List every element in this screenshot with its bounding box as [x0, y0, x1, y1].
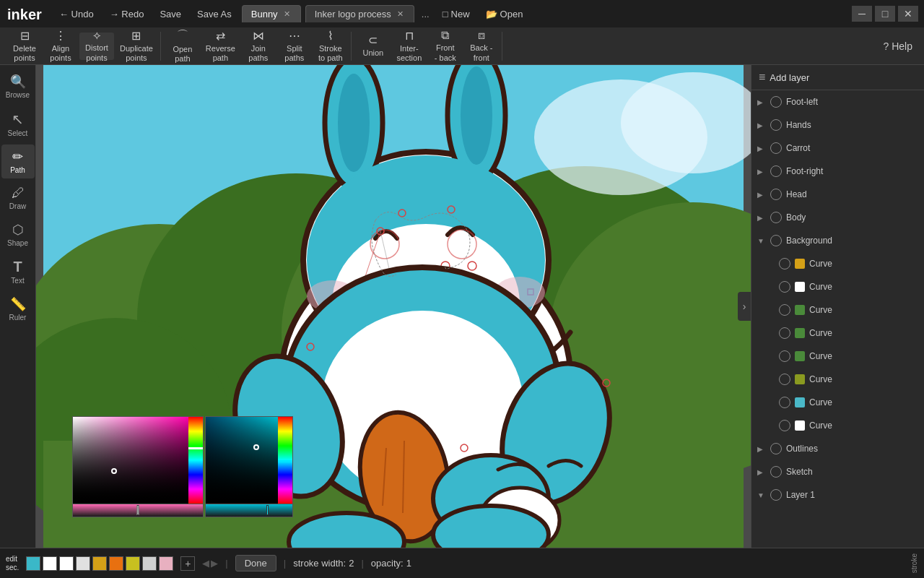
layer-item-layer1[interactable]: ▼Layer 1 [751, 483, 924, 506]
layer-item-outlines[interactable]: ▶Outlines [751, 437, 924, 460]
reverse-path-button[interactable]: ⇄ Reverse path [201, 33, 240, 60]
swatch-pink[interactable] [159, 556, 173, 571]
duplicate-points-button[interactable]: ⊞ Duplicate points [116, 33, 157, 60]
tab-inker-logo-close[interactable]: ✕ [396, 9, 405, 19]
layer-vis-outlines[interactable] [770, 443, 782, 454]
sidebar-item-text[interactable]: T Text [1, 254, 35, 289]
maximize-button[interactable]: □ [875, 6, 895, 22]
swatch-gold[interactable] [92, 556, 107, 571]
back-front-button[interactable]: ⧈ Back - front [464, 33, 499, 60]
layer-vis-background[interactable] [770, 235, 782, 246]
primary-color-picker[interactable] [72, 416, 204, 517]
layer-item-sketch[interactable]: ▶Sketch [751, 460, 924, 483]
color-gradient-primary[interactable] [73, 417, 188, 504]
opacity-value[interactable]: 1 [406, 558, 411, 569]
layer-expand-carrot[interactable]: ▶ [757, 144, 766, 152]
open-button[interactable]: 📂 Open [480, 6, 529, 22]
layer-vis-layer1[interactable] [770, 489, 782, 501]
layer-vis-head[interactable] [770, 189, 782, 200]
union-button[interactable]: ⊂ Union [356, 33, 391, 60]
layer-vis-curve8[interactable] [779, 420, 790, 431]
join-paths-button[interactable]: ⋈ Join paths [241, 33, 276, 60]
done-button[interactable]: Done [235, 555, 276, 571]
help-button[interactable]: ? Help [876, 38, 920, 55]
swatch-white2[interactable] [59, 556, 74, 571]
swatch-yellow[interactable] [126, 556, 140, 571]
layer-item-curve5[interactable]: Curve [751, 345, 924, 368]
layer-expand-hands[interactable]: ▶ [757, 121, 766, 129]
save-button[interactable]: Save [154, 6, 187, 22]
layer-vis-curve5[interactable] [779, 350, 790, 362]
layers-list[interactable]: ▶Foot-left▶Hands▶Carrot▶Foot-right▶Head▶… [751, 90, 924, 548]
swatch-gray1[interactable] [76, 556, 90, 571]
add-layer-button[interactable]: ≡ [759, 71, 765, 84]
layer-expand-sketch[interactable]: ▶ [757, 468, 766, 476]
layer-item-curve8[interactable]: Curve [751, 414, 924, 437]
layer-expand-outlines[interactable]: ▶ [757, 445, 766, 453]
layer-vis-hands[interactable] [770, 119, 782, 131]
open-path-button[interactable]: ⌒ Open path [165, 33, 200, 60]
layer-item-curve6[interactable]: Curve [751, 368, 924, 391]
sidebar-item-shape[interactable]: ⬡ Shape [1, 217, 35, 251]
save-as-button[interactable]: Save As [191, 6, 237, 22]
sidebar-item-draw[interactable]: 🖊 Draw [1, 181, 35, 215]
layer-item-foot-left[interactable]: ▶Foot-left [751, 90, 924, 113]
swatch-gray2[interactable] [142, 556, 157, 571]
redo-button[interactable]: → Redo [104, 6, 150, 22]
layer-item-curve3[interactable]: Curve [751, 298, 924, 322]
layer-item-body[interactable]: ▶Body [751, 206, 924, 229]
layer-vis-curve1[interactable] [779, 258, 790, 269]
layer-expand-foot-left[interactable]: ▶ [757, 98, 766, 106]
delete-points-button[interactable]: ⊟ Delete points [7, 33, 42, 60]
canvas-area[interactable]: › [36, 65, 751, 548]
layer-item-curve2[interactable]: Curve [751, 275, 924, 298]
color-gradient-secondary[interactable] [206, 417, 278, 504]
stroke-width-value[interactable]: 2 [349, 558, 354, 569]
layer-item-curve4[interactable]: Curve [751, 322, 924, 345]
layer-vis-foot-left[interactable] [770, 96, 782, 108]
distort-points-button[interactable]: ⟡ Distort points [79, 33, 114, 60]
sidebar-item-ruler[interactable]: 📏 Ruler [1, 292, 35, 326]
sidebar-item-browse[interactable]: 🔍 Browse [1, 69, 35, 103]
layer-item-carrot[interactable]: ▶Carrot [751, 137, 924, 160]
tab-inker-logo[interactable]: Inker logo process ✕ [305, 5, 414, 22]
layer-expand-foot-right[interactable]: ▶ [757, 168, 766, 176]
layer-vis-body[interactable] [770, 212, 782, 223]
add-swatch-button[interactable]: + [180, 556, 195, 571]
sidebar-collapse-button[interactable]: › [738, 292, 751, 321]
tab-bunny-close[interactable]: ✕ [282, 9, 292, 19]
layer-vis-foot-right[interactable] [770, 165, 782, 177]
swatch-white1[interactable] [43, 556, 57, 571]
secondary-color-picker[interactable] [205, 416, 293, 517]
intersection-button[interactable]: ⊓ Inter- section [392, 33, 427, 60]
minimize-button[interactable]: ─ [852, 6, 872, 22]
layer-expand-layer1[interactable]: ▼ [757, 491, 766, 499]
align-points-button[interactable]: ⋮ Align points [43, 33, 78, 60]
split-paths-button[interactable]: ⋯ Split paths [277, 33, 312, 60]
new-button[interactable]: □ New [437, 6, 476, 22]
close-button[interactable]: ✕ [898, 6, 918, 22]
undo-button[interactable]: ← Undo [53, 6, 100, 22]
layer-vis-curve3[interactable] [779, 304, 790, 316]
layer-expand-background[interactable]: ▼ [757, 237, 766, 245]
layer-item-hands[interactable]: ▶Hands [751, 113, 924, 137]
layer-vis-curve4[interactable] [779, 327, 790, 339]
layer-expand-head[interactable]: ▶ [757, 191, 766, 199]
layer-item-curve7[interactable]: Curve [751, 391, 924, 414]
swatch-orange[interactable] [109, 556, 123, 571]
layer-vis-curve7[interactable] [779, 397, 790, 408]
layer-expand-body[interactable]: ▶ [757, 214, 766, 222]
sidebar-item-path[interactable]: ✏ Path [1, 144, 35, 178]
layer-item-background[interactable]: ▼Background [751, 229, 924, 252]
layer-item-curve1[interactable]: Curve [751, 252, 924, 275]
layer-vis-curve2[interactable] [779, 281, 790, 293]
layer-vis-curve6[interactable] [779, 374, 790, 385]
layer-vis-sketch[interactable] [770, 466, 782, 478]
layer-vis-carrot[interactable] [770, 142, 782, 154]
hue-slider-secondary[interactable] [278, 417, 292, 504]
swatch-stroke[interactable] [26, 556, 40, 571]
layer-item-foot-right[interactable]: ▶Foot-right [751, 160, 924, 183]
tab-bunny[interactable]: Bunny ✕ [242, 5, 301, 22]
front-back-button[interactable]: ⧉ Front - back [428, 33, 463, 60]
layer-item-head[interactable]: ▶Head [751, 183, 924, 206]
